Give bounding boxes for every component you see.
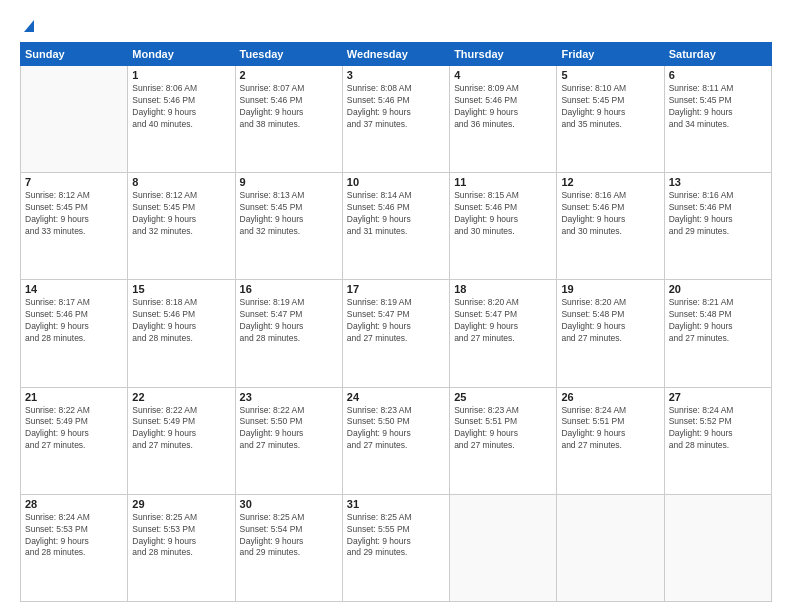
day-number: 26 <box>561 391 659 403</box>
page: SundayMondayTuesdayWednesdayThursdayFrid… <box>0 0 792 612</box>
calendar-cell <box>664 494 771 601</box>
calendar-cell: 26Sunrise: 8:24 AM Sunset: 5:51 PM Dayli… <box>557 387 664 494</box>
calendar-header-monday: Monday <box>128 43 235 66</box>
calendar-header-row: SundayMondayTuesdayWednesdayThursdayFrid… <box>21 43 772 66</box>
logo-triangle-icon <box>20 16 38 34</box>
calendar-cell: 15Sunrise: 8:18 AM Sunset: 5:46 PM Dayli… <box>128 280 235 387</box>
calendar-cell: 30Sunrise: 8:25 AM Sunset: 5:54 PM Dayli… <box>235 494 342 601</box>
calendar-cell: 23Sunrise: 8:22 AM Sunset: 5:50 PM Dayli… <box>235 387 342 494</box>
calendar-cell: 14Sunrise: 8:17 AM Sunset: 5:46 PM Dayli… <box>21 280 128 387</box>
calendar-table: SundayMondayTuesdayWednesdayThursdayFrid… <box>20 42 772 602</box>
day-number: 3 <box>347 69 445 81</box>
day-number: 2 <box>240 69 338 81</box>
calendar-cell: 18Sunrise: 8:20 AM Sunset: 5:47 PM Dayli… <box>450 280 557 387</box>
day-info: Sunrise: 8:11 AM Sunset: 5:45 PM Dayligh… <box>669 83 767 131</box>
calendar-header-wednesday: Wednesday <box>342 43 449 66</box>
day-number: 9 <box>240 176 338 188</box>
day-number: 30 <box>240 498 338 510</box>
calendar-cell: 12Sunrise: 8:16 AM Sunset: 5:46 PM Dayli… <box>557 173 664 280</box>
day-info: Sunrise: 8:20 AM Sunset: 5:47 PM Dayligh… <box>454 297 552 345</box>
day-number: 6 <box>669 69 767 81</box>
day-info: Sunrise: 8:23 AM Sunset: 5:50 PM Dayligh… <box>347 405 445 453</box>
calendar-cell: 9Sunrise: 8:13 AM Sunset: 5:45 PM Daylig… <box>235 173 342 280</box>
day-info: Sunrise: 8:20 AM Sunset: 5:48 PM Dayligh… <box>561 297 659 345</box>
day-info: Sunrise: 8:16 AM Sunset: 5:46 PM Dayligh… <box>561 190 659 238</box>
calendar-week-row: 7Sunrise: 8:12 AM Sunset: 5:45 PM Daylig… <box>21 173 772 280</box>
svg-marker-0 <box>24 20 34 32</box>
day-info: Sunrise: 8:14 AM Sunset: 5:46 PM Dayligh… <box>347 190 445 238</box>
calendar-week-row: 21Sunrise: 8:22 AM Sunset: 5:49 PM Dayli… <box>21 387 772 494</box>
calendar-cell <box>557 494 664 601</box>
day-number: 29 <box>132 498 230 510</box>
calendar-header-thursday: Thursday <box>450 43 557 66</box>
header <box>20 16 772 34</box>
day-info: Sunrise: 8:25 AM Sunset: 5:55 PM Dayligh… <box>347 512 445 560</box>
day-info: Sunrise: 8:24 AM Sunset: 5:53 PM Dayligh… <box>25 512 123 560</box>
calendar-cell: 19Sunrise: 8:20 AM Sunset: 5:48 PM Dayli… <box>557 280 664 387</box>
day-number: 10 <box>347 176 445 188</box>
day-number: 19 <box>561 283 659 295</box>
day-info: Sunrise: 8:10 AM Sunset: 5:45 PM Dayligh… <box>561 83 659 131</box>
calendar-cell: 29Sunrise: 8:25 AM Sunset: 5:53 PM Dayli… <box>128 494 235 601</box>
calendar-cell <box>450 494 557 601</box>
day-info: Sunrise: 8:08 AM Sunset: 5:46 PM Dayligh… <box>347 83 445 131</box>
day-info: Sunrise: 8:07 AM Sunset: 5:46 PM Dayligh… <box>240 83 338 131</box>
day-number: 1 <box>132 69 230 81</box>
day-number: 14 <box>25 283 123 295</box>
day-number: 11 <box>454 176 552 188</box>
day-number: 20 <box>669 283 767 295</box>
day-number: 23 <box>240 391 338 403</box>
day-info: Sunrise: 8:25 AM Sunset: 5:53 PM Dayligh… <box>132 512 230 560</box>
day-info: Sunrise: 8:13 AM Sunset: 5:45 PM Dayligh… <box>240 190 338 238</box>
day-number: 28 <box>25 498 123 510</box>
day-info: Sunrise: 8:21 AM Sunset: 5:48 PM Dayligh… <box>669 297 767 345</box>
calendar-cell: 3Sunrise: 8:08 AM Sunset: 5:46 PM Daylig… <box>342 66 449 173</box>
day-info: Sunrise: 8:23 AM Sunset: 5:51 PM Dayligh… <box>454 405 552 453</box>
day-number: 15 <box>132 283 230 295</box>
day-number: 31 <box>347 498 445 510</box>
calendar-cell: 22Sunrise: 8:22 AM Sunset: 5:49 PM Dayli… <box>128 387 235 494</box>
calendar-header-sunday: Sunday <box>21 43 128 66</box>
calendar-cell: 10Sunrise: 8:14 AM Sunset: 5:46 PM Dayli… <box>342 173 449 280</box>
calendar-cell: 1Sunrise: 8:06 AM Sunset: 5:46 PM Daylig… <box>128 66 235 173</box>
calendar-cell: 11Sunrise: 8:15 AM Sunset: 5:46 PM Dayli… <box>450 173 557 280</box>
day-number: 27 <box>669 391 767 403</box>
calendar-cell: 24Sunrise: 8:23 AM Sunset: 5:50 PM Dayli… <box>342 387 449 494</box>
calendar-cell: 6Sunrise: 8:11 AM Sunset: 5:45 PM Daylig… <box>664 66 771 173</box>
day-info: Sunrise: 8:09 AM Sunset: 5:46 PM Dayligh… <box>454 83 552 131</box>
day-number: 8 <box>132 176 230 188</box>
day-number: 22 <box>132 391 230 403</box>
day-number: 25 <box>454 391 552 403</box>
day-info: Sunrise: 8:19 AM Sunset: 5:47 PM Dayligh… <box>240 297 338 345</box>
calendar-header-tuesday: Tuesday <box>235 43 342 66</box>
calendar-cell: 21Sunrise: 8:22 AM Sunset: 5:49 PM Dayli… <box>21 387 128 494</box>
calendar-cell: 25Sunrise: 8:23 AM Sunset: 5:51 PM Dayli… <box>450 387 557 494</box>
calendar-header-saturday: Saturday <box>664 43 771 66</box>
day-number: 12 <box>561 176 659 188</box>
day-number: 21 <box>25 391 123 403</box>
day-info: Sunrise: 8:22 AM Sunset: 5:50 PM Dayligh… <box>240 405 338 453</box>
day-info: Sunrise: 8:12 AM Sunset: 5:45 PM Dayligh… <box>25 190 123 238</box>
calendar-header-friday: Friday <box>557 43 664 66</box>
calendar-cell: 31Sunrise: 8:25 AM Sunset: 5:55 PM Dayli… <box>342 494 449 601</box>
day-info: Sunrise: 8:19 AM Sunset: 5:47 PM Dayligh… <box>347 297 445 345</box>
day-number: 17 <box>347 283 445 295</box>
calendar-cell <box>21 66 128 173</box>
day-number: 7 <box>25 176 123 188</box>
day-number: 24 <box>347 391 445 403</box>
calendar-cell: 8Sunrise: 8:12 AM Sunset: 5:45 PM Daylig… <box>128 173 235 280</box>
day-info: Sunrise: 8:17 AM Sunset: 5:46 PM Dayligh… <box>25 297 123 345</box>
day-number: 13 <box>669 176 767 188</box>
day-info: Sunrise: 8:24 AM Sunset: 5:51 PM Dayligh… <box>561 405 659 453</box>
calendar-cell: 28Sunrise: 8:24 AM Sunset: 5:53 PM Dayli… <box>21 494 128 601</box>
day-info: Sunrise: 8:06 AM Sunset: 5:46 PM Dayligh… <box>132 83 230 131</box>
calendar-cell: 2Sunrise: 8:07 AM Sunset: 5:46 PM Daylig… <box>235 66 342 173</box>
day-number: 5 <box>561 69 659 81</box>
day-number: 18 <box>454 283 552 295</box>
day-info: Sunrise: 8:18 AM Sunset: 5:46 PM Dayligh… <box>132 297 230 345</box>
calendar-week-row: 1Sunrise: 8:06 AM Sunset: 5:46 PM Daylig… <box>21 66 772 173</box>
day-info: Sunrise: 8:16 AM Sunset: 5:46 PM Dayligh… <box>669 190 767 238</box>
day-info: Sunrise: 8:22 AM Sunset: 5:49 PM Dayligh… <box>25 405 123 453</box>
calendar-week-row: 28Sunrise: 8:24 AM Sunset: 5:53 PM Dayli… <box>21 494 772 601</box>
calendar-cell: 5Sunrise: 8:10 AM Sunset: 5:45 PM Daylig… <box>557 66 664 173</box>
